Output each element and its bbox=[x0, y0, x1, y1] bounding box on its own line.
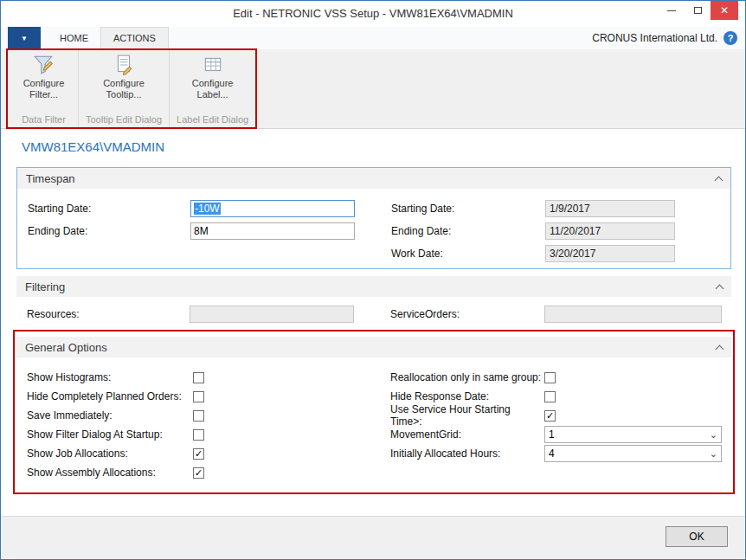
timespan-right-column: Starting Date: 1/9/2017 Ending Date: 11/… bbox=[391, 197, 675, 265]
group-caption-data-filter: Data Filter bbox=[22, 112, 66, 128]
window-controls: ✕ bbox=[659, 1, 738, 20]
configure-label-label-1: Configure bbox=[192, 78, 234, 89]
movementgrid-select[interactable]: 1 ⌄ bbox=[544, 426, 722, 443]
configure-filter-button[interactable]: Configure Filter... bbox=[23, 54, 65, 100]
serviceorders-input bbox=[544, 306, 722, 323]
save-immediately-checkbox[interactable] bbox=[193, 410, 204, 422]
filtering-title: Filtering bbox=[25, 280, 65, 293]
timespan-section: Timespan Starting Date: -10W Ending Date… bbox=[16, 167, 731, 269]
reallocation-same-group-checkbox[interactable] bbox=[544, 372, 556, 383]
chevron-down-icon: ⌄ bbox=[710, 430, 717, 440]
ending-date-input[interactable] bbox=[190, 222, 355, 240]
group-caption-tooltip-edit: Tooltip Edit Dialog bbox=[86, 112, 162, 128]
collapse-chevron-icon bbox=[715, 176, 723, 184]
hide-response-date-checkbox[interactable] bbox=[544, 391, 556, 402]
field-row: Starting Date: 1/9/2017 bbox=[391, 197, 675, 220]
initially-allocated-hours-label: Initially Allocated Hours: bbox=[390, 447, 544, 460]
close-button[interactable]: ✕ bbox=[711, 1, 738, 20]
hide-completely-planned-orders-checkbox[interactable] bbox=[193, 391, 204, 402]
computed-starting-date-label: Starting Date: bbox=[391, 203, 545, 215]
label-icon bbox=[202, 54, 224, 76]
tooltip-icon bbox=[113, 54, 135, 76]
collapse-chevron-icon bbox=[716, 284, 724, 293]
timespan-header[interactable]: Timespan bbox=[17, 168, 730, 189]
computed-ending-date-field: 11/20/2017 bbox=[545, 222, 675, 240]
option-row: Show Assembly Allocations: ✓ bbox=[27, 463, 204, 482]
page-title: VMW81EX64\VMADMIN bbox=[22, 139, 164, 154]
company-label: CRONUS International Ltd. bbox=[592, 27, 717, 49]
dialog-window: Edit - NETRONIC VSS Setup - VMW81EX64\VM… bbox=[0, 0, 746, 560]
tab-home[interactable]: HOME bbox=[48, 27, 100, 49]
menu-caret-icon: ▼ bbox=[21, 35, 28, 42]
initially-allocated-hours-select[interactable]: 4 ⌄ bbox=[544, 445, 722, 462]
configure-filter-label-2: Filter... bbox=[29, 89, 58, 100]
group-caption-label-edit: Label Edit Dialog bbox=[177, 112, 248, 128]
computed-ending-date-label: Ending Date: bbox=[391, 225, 545, 237]
field-row: Ending Date: 11/20/2017 bbox=[391, 220, 675, 242]
configure-label-button[interactable]: Configure Label... bbox=[192, 54, 234, 100]
show-filter-dialog-at-startup-checkbox[interactable] bbox=[193, 429, 204, 441]
general-options-right-column: Reallocation only in same group: Hide Re… bbox=[390, 368, 722, 463]
use-service-hour-starting-time-checkbox[interactable]: ✓ bbox=[544, 410, 556, 422]
hide-completely-planned-orders-label: Hide Completely Planned Orders: bbox=[27, 390, 193, 402]
option-row: Reallocation only in same group: bbox=[390, 368, 722, 387]
option-row: Show Job Allocations: ✓ bbox=[27, 444, 204, 463]
option-row: MovementGrid: 1 ⌄ bbox=[390, 425, 722, 444]
window-title: Edit - NETRONIC VSS Setup - VMW81EX64\VM… bbox=[1, 1, 745, 27]
dialog-footer: OK bbox=[1, 516, 745, 559]
help-icon[interactable]: ? bbox=[723, 31, 737, 45]
timespan-title: Timespan bbox=[26, 172, 75, 185]
configure-tooltip-label-2: Tooltip... bbox=[106, 89, 142, 100]
starting-date-input[interactable]: -10W bbox=[190, 200, 355, 217]
work-date-field: 3/20/2017 bbox=[545, 245, 675, 262]
tab-actions[interactable]: ACTIONS bbox=[100, 27, 169, 49]
show-job-allocations-checkbox[interactable]: ✓ bbox=[193, 448, 204, 460]
starting-date-label: Starting Date: bbox=[28, 203, 190, 215]
show-assembly-allocations-checkbox[interactable]: ✓ bbox=[193, 467, 204, 479]
work-date-label: Work Date: bbox=[391, 248, 545, 260]
general-options-left-column: Show Histograms: Hide Completely Planned… bbox=[27, 368, 204, 482]
configure-filter-label-1: Configure bbox=[23, 78, 65, 89]
maximize-icon bbox=[694, 7, 702, 14]
field-row: Resources: bbox=[27, 304, 354, 325]
ending-date-label: Ending Date: bbox=[28, 225, 190, 237]
movementgrid-value: 1 bbox=[549, 428, 555, 441]
field-row: Starting Date: -10W bbox=[28, 197, 355, 220]
minimize-icon bbox=[667, 10, 676, 11]
field-row: Ending Date: bbox=[28, 220, 355, 242]
configure-tooltip-button[interactable]: Configure Tooltip... bbox=[103, 54, 145, 100]
close-icon: ✕ bbox=[720, 4, 729, 16]
option-row: Hide Completely Planned Orders: bbox=[27, 387, 204, 406]
timespan-left-column: Starting Date: -10W Ending Date: bbox=[28, 197, 355, 242]
configure-tooltip-label-1: Configure bbox=[103, 78, 145, 89]
title-bar[interactable]: Edit - NETRONIC VSS Setup - VMW81EX64\VM… bbox=[1, 1, 745, 27]
ribbon: Configure Filter... Data Filter Configur… bbox=[1, 49, 745, 129]
configure-label-label-2: Label... bbox=[197, 89, 228, 100]
minimize-button[interactable] bbox=[659, 1, 685, 20]
general-options-header[interactable]: General Options bbox=[16, 337, 731, 357]
filter-icon bbox=[32, 54, 55, 76]
show-job-allocations-label: Show Job Allocations: bbox=[27, 447, 193, 460]
ribbon-group-label-edit: Configure Label... Label Edit Dialog bbox=[170, 49, 256, 128]
show-histograms-checkbox[interactable] bbox=[193, 372, 204, 383]
option-row: Use Service Hour Starting Time>: ✓ bbox=[390, 406, 722, 425]
reallocation-same-group-label: Reallocation only in same group: bbox=[390, 371, 544, 383]
filtering-header[interactable]: Filtering bbox=[16, 276, 731, 297]
show-assembly-allocations-label: Show Assembly Allocations: bbox=[27, 467, 193, 479]
option-row: Show Histograms: bbox=[27, 368, 204, 387]
show-filter-dialog-at-startup-label: Show Filter Dialog At Startup: bbox=[27, 428, 193, 441]
chevron-down-icon: ⌄ bbox=[710, 449, 717, 459]
computed-starting-date-field: 1/9/2017 bbox=[545, 200, 675, 217]
option-row: Initially Allocated Hours: 4 ⌄ bbox=[390, 444, 722, 463]
general-options-title: General Options bbox=[25, 341, 107, 354]
serviceorders-label: ServiceOrders: bbox=[390, 308, 544, 320]
collapse-chevron-icon bbox=[716, 344, 724, 353]
app-menu-button[interactable]: ▼ bbox=[8, 27, 41, 49]
movementgrid-label: MovementGrid: bbox=[390, 428, 544, 441]
maximize-button[interactable] bbox=[685, 1, 711, 20]
field-row: ServiceOrders: bbox=[390, 304, 722, 325]
show-histograms-label: Show Histograms: bbox=[27, 371, 193, 383]
ok-button[interactable]: OK bbox=[666, 526, 728, 547]
ribbon-group-data-filter: Configure Filter... Data Filter bbox=[10, 49, 79, 128]
resources-label: Resources: bbox=[27, 308, 190, 320]
